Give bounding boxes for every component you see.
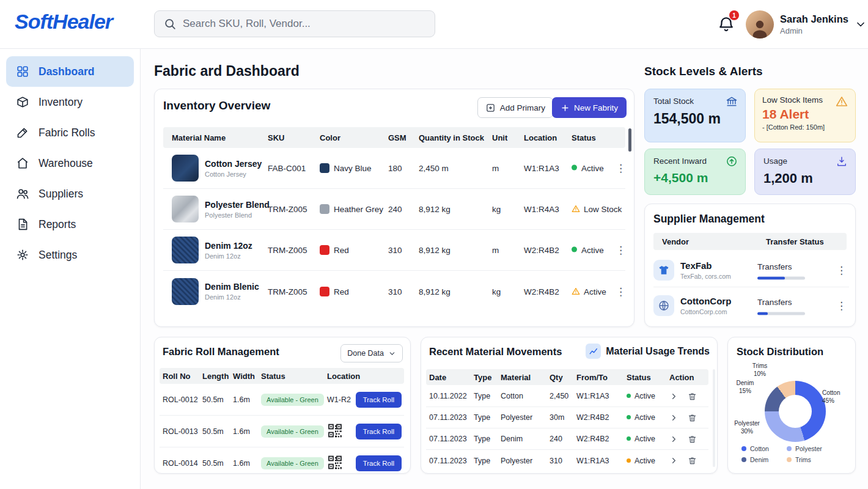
location-value: W1:R4A3: [524, 205, 559, 214]
supplier-row: TexFab TexFab, cors.com Transfers ⋮: [653, 253, 849, 287]
search-input[interactable]: [183, 18, 426, 30]
row-menu-button[interactable]: ⋮: [836, 265, 847, 275]
movement-date: 07.11.2023: [429, 457, 467, 465]
row-menu-button[interactable]: ⋮: [616, 163, 626, 174]
location-value: W2:R4B2: [524, 287, 559, 296]
table-row: Denim Blenic Denim 12oz TRM-Z005 Red 310…: [163, 271, 625, 312]
alerts-section-title: Stock Levels & Alerts: [644, 65, 763, 78]
sidebar-item-dashboard[interactable]: Dashboard: [6, 56, 134, 87]
material-subtitle: Polyester Blend: [205, 211, 270, 219]
user-name: Sarah Jenkins: [780, 13, 848, 25]
row-menu-button[interactable]: ⋮: [616, 286, 626, 296]
column-header: Vendor: [662, 237, 689, 246]
track-roll-button[interactable]: Track Roll: [356, 392, 402, 408]
table-scrollbar[interactable]: [628, 128, 631, 152]
date-filter-dropdown[interactable]: Done Data: [340, 344, 403, 362]
warning-icon: [836, 95, 848, 108]
track-roll-button[interactable]: Track Roll: [356, 424, 402, 439]
sidebar-item-settings[interactable]: Settings: [6, 240, 134, 270]
movement-date: 07.11.2023: [429, 413, 467, 422]
notification-badge: 1: [729, 10, 739, 20]
row-menu-button[interactable]: ⋮: [616, 245, 626, 256]
usage-card: Usage 1,200 m: [754, 149, 856, 195]
legend-item: Polyester: [787, 445, 845, 452]
gear-icon: [16, 248, 29, 262]
status-dot: [627, 394, 631, 398]
status-dot: [627, 415, 631, 419]
stat-value: +4,500 m: [653, 171, 737, 185]
table-scrollbar[interactable]: [713, 369, 715, 467]
sidebar-item-suppliers[interactable]: Suppliers: [6, 178, 134, 209]
transfer-progress-bar: [757, 312, 805, 315]
status-badge: Active: [627, 435, 655, 443]
delete-row-button[interactable]: [688, 434, 697, 444]
table-row: 07.11.2023 Type Denim 240 W2:R4B2 Active: [426, 428, 708, 450]
roll-number: ROL-0012: [163, 395, 198, 404]
material-usage-trends-link[interactable]: Material Usage Trends: [586, 344, 710, 359]
row-menu-button[interactable]: ⋮: [836, 301, 847, 311]
legend-item: Denim: [741, 456, 787, 463]
status-badge: Active: [627, 413, 655, 422]
movement-qty: 240: [550, 435, 562, 443]
trash-icon: [688, 456, 697, 465]
status-dot: [627, 436, 631, 441]
page-title: Fabric ard Dashboard: [154, 63, 300, 79]
new-fabric-button[interactable]: New Fabrity: [552, 97, 627, 118]
unit-value: kg: [492, 287, 501, 296]
sidebar-item-fabric-rolls[interactable]: Fabric Rolls: [6, 117, 134, 148]
expand-row-button[interactable]: [669, 434, 679, 444]
card-title: Inventory Overview: [163, 99, 270, 112]
column-header: Material: [501, 373, 531, 382]
stat-value: 18 Alert: [762, 107, 848, 122]
column-header: Roll No: [163, 372, 191, 381]
vendor-subtitle: TexFab, cors.com: [680, 273, 731, 280]
stat-label: Total Stock: [653, 97, 737, 106]
material-name: Polyester Blend: [205, 200, 270, 210]
chevron-right-icon: [669, 435, 679, 444]
add-primary-label: Add Primary: [500, 103, 545, 112]
vendor-name: TexFab: [680, 260, 731, 271]
chevron-down-icon: [855, 18, 867, 31]
status-dot: [572, 165, 577, 171]
chevron-down-icon: [388, 350, 396, 358]
quantity-value: 8,912 kg: [419, 287, 451, 296]
notification-bell-button[interactable]: 1: [714, 12, 740, 38]
sidebar-item-warehouse[interactable]: Warehouse: [6, 148, 134, 178]
warehouse-icon: [726, 95, 738, 108]
new-fabric-label: New Fabrity: [574, 103, 618, 112]
globe-icon: [658, 300, 670, 312]
sidebar-item-label: Fabric Rolls: [39, 127, 95, 139]
delete-row-button[interactable]: [688, 391, 697, 401]
sidebar-item-reports[interactable]: Reports: [6, 209, 134, 240]
color-swatch: [320, 163, 329, 173]
arrow-up-circle-icon: [726, 155, 738, 167]
expand-row-button[interactable]: [669, 391, 679, 401]
roll-number: ROL-0014: [163, 459, 198, 468]
quantity-value: 8,912 kg: [419, 205, 451, 214]
status-badge: Active: [627, 457, 655, 465]
donut-label-cotton: Cotton45%: [822, 389, 851, 405]
color-swatch: [320, 204, 329, 214]
user-menu[interactable]: Sarah Jenkins Admin: [746, 7, 867, 42]
track-roll-button[interactable]: Track Roll: [356, 455, 402, 471]
expand-row-button[interactable]: [669, 456, 679, 466]
sku-value: TRM-Z005: [268, 205, 307, 214]
download-icon: [836, 155, 848, 167]
sidebar-item-inventory[interactable]: Inventory: [6, 87, 134, 117]
table-header: Vendor Transfer Status: [653, 233, 847, 250]
add-primary-button[interactable]: Add Primary: [477, 97, 553, 118]
trash-icon: [688, 413, 697, 422]
material-subtitle: Cotton Jersey: [205, 171, 262, 178]
sidebar-item-label: Warehouse: [39, 157, 93, 170]
expand-row-button[interactable]: [669, 413, 679, 422]
app-logo[interactable]: SoftHealer: [15, 10, 112, 34]
color-name: Heather Grey: [334, 205, 383, 214]
shirt-icon: [658, 264, 670, 276]
availability-badge: Available - Green: [261, 394, 324, 406]
card-title: Stock Distribution: [737, 346, 823, 358]
delete-row-button[interactable]: [688, 456, 697, 466]
column-header: Action: [669, 373, 694, 382]
column-header: Status: [572, 133, 596, 142]
delete-row-button[interactable]: [688, 413, 697, 422]
column-header: Status: [261, 372, 285, 381]
